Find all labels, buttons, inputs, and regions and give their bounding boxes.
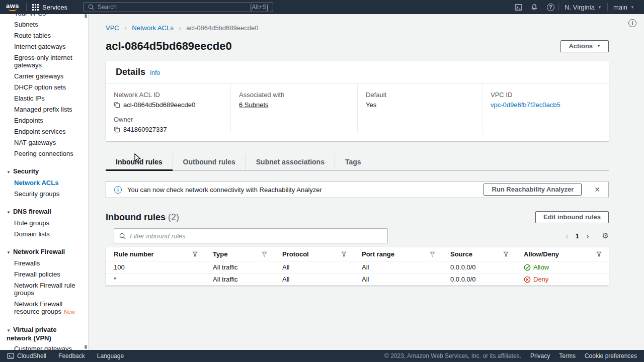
table-row[interactable]: * All traffic All All 0.0.0.0/0 Deny — [106, 274, 609, 286]
settings-gear-icon[interactable]: ⚙ — [602, 231, 609, 240]
cell-rule-number: * — [106, 274, 205, 285]
sidebar-item-route-tables[interactable]: Route tables — [0, 30, 88, 41]
sidebar-item-label: Rule groups — [14, 219, 49, 227]
column-header-rule-number[interactable]: Rule number — [106, 247, 205, 261]
sidebar-item-security-groups[interactable]: Security groups — [0, 189, 88, 200]
copy-icon[interactable] — [114, 102, 120, 108]
field-label: Owner — [114, 116, 222, 123]
account-menu[interactable]: main ▼ — [608, 0, 640, 14]
global-search-box[interactable]: [Alt+S] — [83, 2, 273, 12]
search-input[interactable] — [98, 4, 247, 11]
current-page-button[interactable]: 1 — [576, 232, 579, 240]
sidebar-item-firewalls[interactable]: Firewalls — [0, 258, 88, 269]
edit-inbound-rules-button[interactable]: Edit inbound rules — [535, 211, 609, 223]
column-header-source[interactable]: Source — [442, 247, 516, 261]
sidebar-scrollbar-thumb[interactable] — [85, 14, 87, 18]
sidebar-item-network-firewall-rule-groups[interactable]: Network Firewall rule groups — [0, 280, 88, 299]
sidebar-item-internet-gateways[interactable]: Internet gateways — [0, 41, 88, 52]
sidebar-section-label: Network Firewall — [13, 248, 65, 255]
sidebar-item-firewall-policies[interactable]: Firewall policies — [0, 269, 88, 280]
cookie-preferences-link[interactable]: Cookie preferences — [585, 352, 637, 359]
filter-funnel-icon[interactable] — [503, 251, 509, 257]
filter-input[interactable] — [130, 232, 382, 240]
column-header-allow-deny[interactable]: Allow/Deny — [516, 247, 609, 261]
filter-funnel-icon[interactable] — [430, 251, 435, 257]
filter-funnel-icon[interactable] — [341, 251, 347, 257]
tab-subnet-associations[interactable]: Subnet associations — [246, 154, 335, 170]
aws-logo[interactable]: aws — [6, 3, 19, 11]
sidebar-item-endpoint-services[interactable]: Endpoint services — [0, 126, 88, 137]
terms-link[interactable]: Terms — [559, 352, 576, 359]
services-menu[interactable]: Services — [27, 0, 73, 14]
feedback-link[interactable]: Feedback — [58, 352, 85, 359]
sidebar-item-elastic-ips[interactable]: Elastic IPs — [0, 93, 88, 104]
sidebar-item-network-firewall-resource-groups[interactable]: Network Firewall resource groupsNew — [0, 299, 88, 318]
region-selector[interactable]: N. Virginia ▼ — [559, 0, 607, 14]
column-label: Allow/Deny — [524, 250, 559, 258]
next-page-button[interactable]: › — [586, 232, 589, 240]
sidebar-section-virtual-private-network-vpn[interactable]: ▼Virtual private network (VPN) — [0, 324, 88, 343]
account-label: main — [613, 4, 627, 11]
chevron-down-icon: ▼ — [630, 5, 634, 10]
sidebar-item-managed-prefix-lists[interactable]: Managed prefix lists — [0, 104, 88, 115]
vpc-id-link[interactable]: vpc-0d9e6fb7f2ec0acb5 — [491, 101, 560, 109]
filter-funnel-icon[interactable] — [192, 251, 198, 257]
sidebar-section-security[interactable]: ▼Security — [0, 165, 88, 177]
sidebar-item-customer-gateways[interactable]: Customer gateways — [0, 343, 88, 350]
subnets-link[interactable]: 6 Subnets — [239, 101, 269, 109]
filter-funnel-icon[interactable] — [596, 251, 602, 257]
field-label: Default — [366, 91, 474, 99]
sidebar-item-label: Firewall policies — [14, 270, 60, 278]
cell-protocol: All — [274, 261, 354, 273]
chevron-down-icon: ▼ — [598, 5, 602, 10]
cell-allow-deny: Allow — [516, 261, 609, 273]
sidebar-item-rule-groups[interactable]: Rule groups — [0, 218, 88, 229]
notifications-bell-icon[interactable] — [526, 0, 542, 14]
tab-inbound-rules[interactable]: Inbound rules — [106, 154, 173, 170]
table-header-row: Rule number Type Protocol Port range Sou… — [106, 247, 609, 261]
sidebar-scrollbar-thumb[interactable] — [85, 345, 87, 349]
breadcrumb-network-acls[interactable]: Network ACLs — [132, 24, 173, 32]
sidebar-section-label: Security — [13, 167, 39, 175]
cell-protocol: All — [274, 274, 354, 285]
close-icon[interactable]: ✕ — [594, 186, 600, 194]
sidebar-item-label: Egress-only internet gateways — [14, 54, 72, 69]
sidebar-item-dhcp-option-sets[interactable]: DHCP option sets — [0, 82, 88, 93]
sidebar-section-dns-firewall[interactable]: ▼DNS firewall — [0, 206, 88, 218]
cloudshell-icon[interactable] — [510, 0, 526, 14]
column-header-protocol[interactable]: Protocol — [274, 247, 354, 261]
run-reachability-analyzer-button[interactable]: Run Reachability Analyzer — [484, 184, 582, 196]
sidebar-item-domain-lists[interactable]: Domain lists — [0, 229, 88, 240]
help-question-glyph: ? — [547, 4, 554, 11]
cloudshell-link[interactable]: CloudShell — [7, 352, 46, 359]
sidebar-item-label: Network Firewall rule groups — [14, 282, 75, 297]
sidebar-item-subnets[interactable]: Subnets — [0, 19, 88, 30]
sidebar-item-label: Peering connections — [14, 150, 73, 157]
language-link[interactable]: Language — [97, 352, 124, 359]
column-header-port-range[interactable]: Port range — [354, 247, 442, 261]
filter-funnel-icon[interactable] — [262, 251, 267, 257]
help-icon[interactable]: ? — [542, 0, 558, 14]
breadcrumb-vpc[interactable]: VPC — [106, 24, 119, 32]
column-header-type[interactable]: Type — [205, 247, 274, 261]
sidebar-item-carrier-gateways[interactable]: Carrier gateways — [0, 71, 88, 82]
privacy-link[interactable]: Privacy — [530, 352, 550, 359]
sidebar-item-network-acls[interactable]: Network ACLs — [0, 177, 88, 189]
cell-source: 0.0.0.0/0 — [442, 274, 516, 285]
column-label: Protocol — [282, 250, 309, 258]
previous-page-button[interactable]: ‹ — [566, 232, 569, 240]
sidebar-item-peering-connections[interactable]: Peering connections — [0, 148, 88, 159]
sidebar-item-egress-only-internet-gateways[interactable]: Egress-only internet gateways — [0, 52, 88, 71]
copy-icon[interactable] — [114, 126, 120, 133]
sidebar-section-network-firewall[interactable]: ▼Network Firewall — [0, 246, 88, 258]
tab-outbound-rules[interactable]: Outbound rules — [173, 154, 246, 170]
tab-tags[interactable]: Tags — [335, 154, 371, 170]
table-row[interactable]: 100 All traffic All All 0.0.0.0/0 Allow — [106, 261, 609, 274]
actions-label: Actions — [569, 42, 593, 50]
sidebar-item-your-vpcs[interactable]: Your VPCs — [0, 14, 88, 19]
details-info-link[interactable]: Info — [150, 69, 160, 76]
search-icon — [119, 233, 126, 239]
sidebar-item-nat-gateways[interactable]: NAT gateways — [0, 137, 88, 148]
sidebar-item-endpoints[interactable]: Endpoints — [0, 115, 88, 126]
actions-button[interactable]: Actions ▼ — [560, 40, 609, 52]
